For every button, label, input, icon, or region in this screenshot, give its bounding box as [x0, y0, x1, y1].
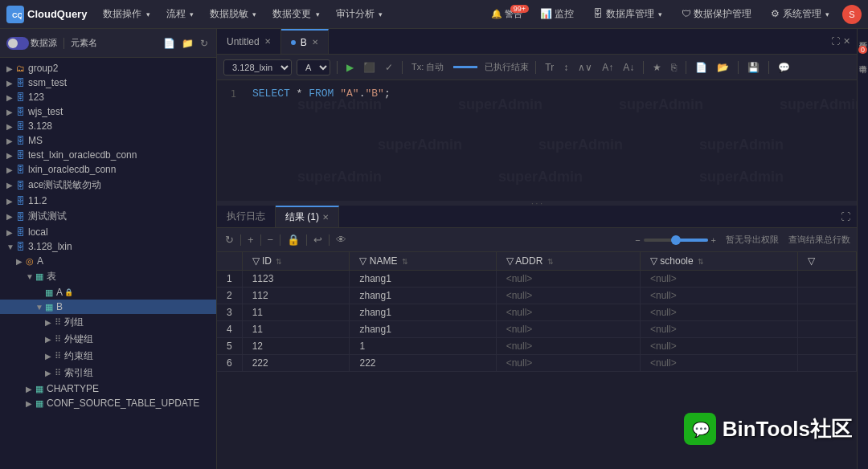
refresh-result-btn[interactable]: ↻	[223, 232, 235, 247]
tree-item-fk-group[interactable]: ▶ ⠿ 外键组	[0, 331, 216, 348]
search-input[interactable]	[104, 39, 152, 48]
app-logo[interactable]: CQ CloudQuery	[6, 6, 87, 23]
code-area[interactable]: SELECT * FROM "A"."B";	[252, 87, 850, 101]
cell-schoole-2[interactable]: <null>	[640, 304, 797, 321]
run-tasks-btn[interactable]: 运行任务	[858, 32, 869, 39]
refresh-icon[interactable]: ↻	[199, 36, 210, 51]
tab-B-close[interactable]: ✕	[312, 38, 318, 47]
tab-untitled[interactable]: Untitled ✕	[217, 29, 281, 54]
db-selector[interactable]: 3.128_lxin	[223, 59, 292, 75]
tree-item-conf-source[interactable]: ▶ ▦ CONF_SOURCE_TABLE_UPDATE	[0, 396, 216, 410]
sys-manage-button[interactable]: ⚙ 系统管理 ▾	[764, 4, 836, 24]
file-button[interactable]: 📄	[693, 60, 710, 75]
slider-thumb[interactable]	[671, 235, 681, 245]
cell-name-0[interactable]: zhang1	[350, 271, 496, 288]
data-protect-button[interactable]: 🛡 数据保护管理	[675, 4, 758, 24]
cell-id-0[interactable]: 1123	[242, 271, 350, 288]
tree-item-group2[interactable]: ▶ 🗂 group2	[0, 61, 216, 75]
tree-item-table-B[interactable]: ▼ ▦ B	[0, 300, 216, 314]
result-slider[interactable]: − +	[635, 235, 716, 245]
cell-name-1[interactable]: zhang1	[350, 288, 496, 304]
slider-track[interactable]	[644, 239, 708, 242]
nav-audit[interactable]: 审计分析 ▾	[330, 4, 389, 24]
cell-schoole-5[interactable]: <null>	[640, 355, 797, 372]
schema-selector[interactable]: A	[297, 59, 330, 75]
del-row-btn[interactable]: −	[266, 232, 276, 247]
cell-schoole-3[interactable]: <null>	[640, 321, 797, 338]
save-button[interactable]: 💾	[745, 60, 762, 75]
toggle-switch[interactable]	[6, 37, 29, 50]
cell-addr-0[interactable]: <null>	[496, 271, 640, 288]
undo-result-btn[interactable]: ↩	[312, 232, 324, 247]
cell-id-5[interactable]: 222	[242, 355, 350, 372]
tree-item-11.2[interactable]: ▶ 🗄 11.2	[0, 194, 216, 208]
col-header-schoole[interactable]: ▽ schoole ⇅	[640, 252, 797, 271]
tree-item-ssm_test[interactable]: ▶ 🗄 ssm_test	[0, 75, 216, 90]
stop-button[interactable]: ⬛	[361, 60, 378, 75]
tree-item-chartype[interactable]: ▶ ▦ CHARTYPE	[0, 381, 216, 396]
tree-item-3128lxin[interactable]: ▼ 🗄 3.128_lxin	[0, 239, 216, 254]
tree-item-wjs_test[interactable]: ▶ 🗄 wjs_test	[0, 104, 216, 119]
cell-addr-1[interactable]: <null>	[496, 288, 640, 304]
cell-id-3[interactable]: 11	[242, 321, 350, 338]
tree-item-constraint-group[interactable]: ▶ ⠿ 约束组	[0, 348, 216, 365]
cell-schoole-4[interactable]: <null>	[640, 338, 797, 355]
new-icon[interactable]: 📄	[162, 36, 177, 51]
search-replace-button[interactable]: ∧∨	[575, 60, 595, 75]
tree-item-tables-folder[interactable]: ▼ ▦ 表	[0, 268, 216, 285]
db-manage-button[interactable]: 🗄 数据库管理 ▾	[587, 4, 669, 24]
tree-item-3.128[interactable]: ▶ 🗄 3.128	[0, 119, 216, 133]
cell-name-3[interactable]: zhang1	[350, 321, 496, 338]
nav-desensitize[interactable]: 数据脱敏 ▾	[203, 4, 263, 24]
folder-icon[interactable]: 📁	[180, 36, 195, 51]
tree-item-table-A[interactable]: ▶ ▦ A 🔒	[0, 285, 216, 300]
tree-item-lxin_oracle[interactable]: ▶ 🗄 lxin_oraclecdb_conn	[0, 162, 216, 177]
tree-item-local[interactable]: ▶ 🗄 local	[0, 225, 216, 239]
font-up-button[interactable]: A↑	[600, 60, 616, 75]
cell-addr-3[interactable]: <null>	[496, 321, 640, 338]
format-button[interactable]: Tr	[542, 60, 556, 75]
tree-item-testtest[interactable]: ▶ 🗄 测试测试	[0, 208, 216, 225]
eye-result-btn[interactable]: 👁	[334, 232, 348, 247]
cell-addr-5[interactable]: <null>	[496, 355, 640, 372]
alert-button[interactable]: 🔔 警告 99+	[486, 6, 527, 22]
datasource-toggle[interactable]: 数据源	[6, 37, 57, 50]
col-header-ID[interactable]: ▽ ID ⇅	[242, 252, 350, 271]
cell-name-2[interactable]: zhang1	[350, 304, 496, 321]
cell-id-4[interactable]: 12	[242, 338, 350, 355]
comment-button[interactable]: 💬	[776, 60, 792, 75]
indent-button[interactable]: ↕	[561, 60, 571, 75]
tree-item-idx-group[interactable]: ▶ ⠿ 索引组	[0, 365, 216, 381]
cell-id-2[interactable]: 11	[242, 304, 350, 321]
tab-B[interactable]: B ✕	[281, 29, 329, 54]
tree-item-MS[interactable]: ▶ 🗄 MS	[0, 133, 216, 148]
star-button[interactable]: ★	[650, 60, 664, 75]
nav-data-ops[interactable]: 数据操作 ▾	[96, 4, 156, 24]
user-avatar[interactable]: S	[842, 5, 862, 24]
copy-button[interactable]: ⎘	[669, 60, 679, 75]
cell-name-5[interactable]: 222	[350, 355, 496, 372]
tree-item-test_lxin[interactable]: ▶ 🗄 test_lxin_oraclecdb_conn	[0, 148, 216, 162]
col-header-ADDR[interactable]: ▽ ADDR ⇅	[496, 252, 640, 271]
nav-flow[interactable]: 流程 ▾	[160, 4, 200, 24]
tab-untitled-close[interactable]: ✕	[264, 37, 271, 46]
col-header-NAME[interactable]: ▽ NAME ⇅	[350, 252, 496, 271]
add-row-btn[interactable]: +	[246, 232, 256, 247]
folder-button[interactable]: 📂	[714, 60, 731, 75]
results-tab-close[interactable]: ✕	[322, 213, 329, 222]
tab-results[interactable]: 结果 (1) ✕	[276, 206, 339, 227]
lock-result-btn[interactable]: 🔒	[285, 232, 301, 247]
bottom-expand-btn[interactable]: ⛶	[834, 211, 857, 222]
apply-list-btn[interactable]: 申请单	[858, 55, 869, 62]
cell-schoole-1[interactable]: <null>	[640, 288, 797, 304]
tab-expand[interactable]: ⛶ ✕	[825, 36, 857, 47]
nav-data-change[interactable]: 数据变更 ▾	[266, 4, 326, 24]
tree-item-123[interactable]: ▶ 🗄 123	[0, 90, 216, 104]
check-button[interactable]: ✓	[383, 60, 395, 75]
result-table-container[interactable]: ▽ ID ⇅ ▽ NAME ⇅ ▽	[217, 252, 857, 414]
cell-schoole-0[interactable]: <null>	[640, 271, 797, 288]
cell-name-4[interactable]: 1	[350, 338, 496, 355]
tree-item-col-group[interactable]: ▶ ⠿ 列组	[0, 314, 216, 331]
cell-addr-2[interactable]: <null>	[496, 304, 640, 321]
run-button[interactable]: ▶	[344, 60, 356, 75]
